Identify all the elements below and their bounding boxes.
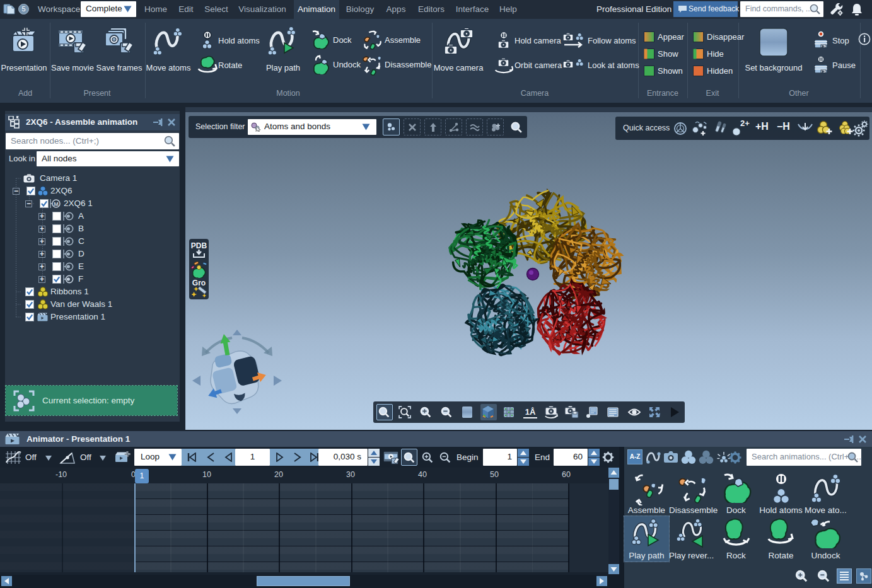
svg-text:M: M [54, 201, 59, 207]
svg-text:2+: 2+ [740, 120, 750, 128]
